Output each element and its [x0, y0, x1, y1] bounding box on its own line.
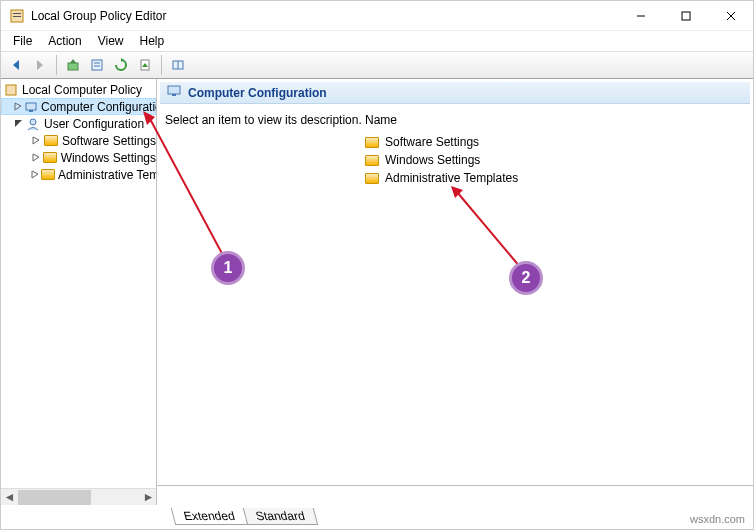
toolbar-separator	[161, 55, 162, 75]
list-label: Windows Settings	[385, 153, 480, 167]
scroll-left-icon[interactable]: ◄	[1, 489, 18, 506]
scroll-thumb[interactable]	[18, 490, 91, 505]
annotation-badge-2: 2	[509, 261, 543, 295]
menu-help[interactable]: Help	[132, 32, 173, 50]
folder-icon	[43, 133, 59, 149]
footer-watermark: wsxdn.com	[690, 509, 745, 529]
policy-icon	[3, 82, 19, 98]
computer-icon	[24, 99, 38, 115]
svg-marker-23	[15, 120, 22, 127]
tree-label: Local Computer Policy	[22, 83, 142, 97]
properties-button[interactable]	[86, 54, 108, 76]
minimize-button[interactable]	[618, 1, 663, 31]
description-text: Select an item to view its description.	[165, 113, 365, 127]
list-label: Administrative Templates	[385, 171, 518, 185]
column-header-name[interactable]: Name	[365, 113, 397, 127]
svg-rect-1	[13, 13, 21, 14]
scroll-right-icon[interactable]: ►	[140, 489, 157, 506]
svg-rect-9	[68, 63, 78, 70]
tab-divider	[157, 485, 753, 486]
svg-rect-19	[6, 85, 16, 95]
content-header: Computer Configuration	[160, 82, 750, 104]
tree-label: Software Settings	[62, 134, 156, 148]
menu-view[interactable]: View	[90, 32, 132, 50]
svg-marker-7	[13, 60, 19, 70]
tree-label: User Configuration	[44, 117, 144, 131]
bottom-tabs: Extended Standard	[173, 505, 315, 525]
filter-button[interactable]	[167, 54, 189, 76]
menu-file[interactable]: File	[5, 32, 40, 50]
list-label: Software Settings	[385, 135, 479, 149]
folder-icon	[365, 173, 379, 184]
list-item[interactable]: Administrative Templates	[365, 169, 745, 187]
tree-user-config[interactable]: User Configuration	[1, 115, 156, 132]
expand-icon[interactable]	[31, 135, 42, 146]
tree-label: Administrative Templates	[58, 168, 157, 182]
svg-point-24	[30, 119, 36, 125]
folder-icon	[365, 137, 379, 148]
svg-marker-20	[15, 103, 21, 110]
tree-software-settings[interactable]: Software Settings	[1, 132, 156, 149]
menu-action[interactable]: Action	[40, 32, 89, 50]
list-item[interactable]: Software Settings	[365, 133, 745, 151]
svg-marker-26	[33, 154, 39, 161]
expand-icon[interactable]	[14, 101, 23, 112]
list-area: Software Settings Windows Settings Admin…	[157, 131, 753, 189]
folder-icon	[365, 155, 379, 166]
svg-rect-2	[13, 16, 21, 17]
refresh-button[interactable]	[110, 54, 132, 76]
tree-root[interactable]: Local Computer Policy	[1, 81, 156, 98]
tab-extended[interactable]: Extended	[171, 508, 247, 525]
svg-rect-21	[26, 103, 36, 110]
app-icon	[9, 8, 25, 24]
scroll-track[interactable]	[18, 490, 140, 505]
back-button[interactable]	[5, 54, 27, 76]
svg-marker-10	[70, 59, 76, 63]
maximize-button[interactable]	[663, 1, 708, 31]
svg-rect-29	[172, 94, 176, 96]
menu-bar: File Action View Help	[1, 31, 753, 51]
svg-rect-11	[92, 60, 102, 70]
folder-icon	[41, 167, 55, 183]
svg-marker-8	[37, 60, 43, 70]
user-icon	[25, 116, 41, 132]
annotation-badge-1: 1	[211, 251, 245, 285]
content-pane: Computer Configuration Select an item to…	[157, 79, 753, 505]
export-button[interactable]	[134, 54, 156, 76]
tree-windows-settings[interactable]: Windows Settings	[1, 149, 156, 166]
tree-label: Windows Settings	[61, 151, 156, 165]
tree-pane: Local Computer Policy Computer Configura…	[1, 79, 157, 505]
close-button[interactable]	[708, 1, 753, 31]
computer-icon	[166, 83, 182, 102]
window-title: Local Group Policy Editor	[31, 9, 618, 23]
up-button[interactable]	[62, 54, 84, 76]
content-title: Computer Configuration	[188, 86, 327, 100]
tree-label: Computer Configuration	[41, 100, 157, 114]
tab-standard[interactable]: Standard	[242, 508, 317, 525]
collapse-icon[interactable]	[13, 118, 24, 129]
svg-rect-4	[682, 12, 690, 20]
svg-rect-22	[29, 110, 33, 112]
tree-scrollbar[interactable]: ◄ ►	[1, 488, 157, 505]
main-area: Local Computer Policy Computer Configura…	[1, 79, 753, 505]
expand-icon[interactable]	[31, 152, 41, 163]
svg-marker-25	[33, 137, 39, 144]
list-item[interactable]: Windows Settings	[365, 151, 745, 169]
tree-computer-config[interactable]: Computer Configuration	[1, 98, 156, 115]
toolbar-separator	[56, 55, 57, 75]
folder-icon	[42, 150, 57, 166]
expand-icon[interactable]	[31, 169, 40, 180]
toolbar	[1, 51, 753, 79]
description-row: Select an item to view its description. …	[157, 107, 753, 131]
svg-marker-27	[32, 171, 38, 178]
tree-admin-templates[interactable]: Administrative Templates	[1, 166, 156, 183]
svg-rect-28	[168, 86, 180, 94]
title-bar: Local Group Policy Editor	[1, 1, 753, 31]
forward-button[interactable]	[29, 54, 51, 76]
